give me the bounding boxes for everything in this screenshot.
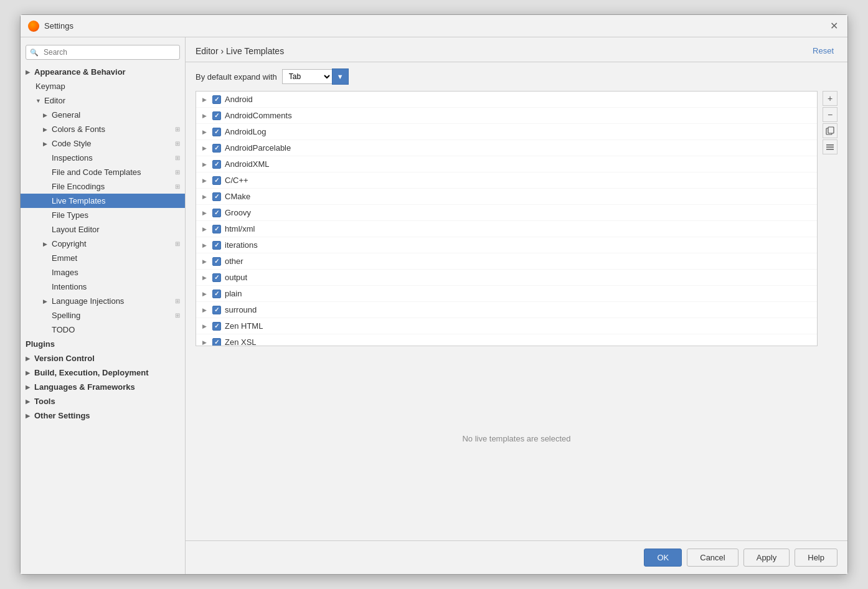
- sidebar-item-layout-editor[interactable]: Layout Editor: [21, 222, 185, 237]
- template-name: output: [225, 273, 247, 282]
- checkbox-androidlog[interactable]: [212, 128, 221, 136]
- sidebar-item-intentions[interactable]: Intentions: [21, 280, 185, 294]
- sidebar-item-label: Build, Execution, Deployment: [34, 368, 148, 377]
- sidebar-item-colors-fonts[interactable]: ▶ Colors & Fonts ⊞: [21, 122, 185, 136]
- list-item[interactable]: ▶ AndroidLog: [196, 124, 817, 140]
- sidebar-item-plugins[interactable]: Plugins: [21, 337, 185, 351]
- breadcrumb-page: Live Templates: [226, 46, 284, 56]
- sidebar-item-file-encodings[interactable]: File Encodings ⊞: [21, 179, 185, 194]
- cancel-button[interactable]: Cancel: [687, 549, 738, 567]
- footer: OK Cancel Apply Help: [186, 540, 847, 574]
- settings-badge: ⊞: [175, 312, 180, 319]
- search-input[interactable]: [26, 45, 180, 60]
- dropdown-arrow-button[interactable]: ▼: [332, 68, 349, 85]
- apply-button[interactable]: Apply: [743, 549, 790, 567]
- sidebar-item-language-injections[interactable]: ▶ Language Injections ⊞: [21, 294, 185, 308]
- help-button[interactable]: Help: [795, 549, 837, 567]
- sidebar-item-label: Tools: [34, 397, 55, 406]
- list-item[interactable]: ▶ Zen XSL: [196, 334, 817, 346]
- sidebar-item-label: Colors & Fonts: [52, 125, 105, 134]
- template-name: plain: [225, 289, 242, 298]
- checkbox-htmlxml[interactable]: [212, 225, 221, 233]
- content-header: Editor › Live Templates Reset: [186, 37, 847, 62]
- sidebar-item-label: Keymap: [35, 82, 65, 91]
- sidebar-item-todo[interactable]: TODO: [21, 323, 185, 337]
- sidebar-item-appearance[interactable]: ▶ Appearance & Behavior: [21, 65, 185, 79]
- sidebar-item-inspections[interactable]: Inspections ⊞: [21, 151, 185, 165]
- list-item[interactable]: ▶ C/C++: [196, 172, 817, 189]
- sidebar-item-version-control[interactable]: ▶ Version Control: [21, 351, 185, 365]
- close-button[interactable]: ✕: [828, 20, 840, 32]
- expand-select[interactable]: Tab Enter Space: [282, 69, 332, 84]
- checkbox-zenxsl[interactable]: [212, 338, 221, 347]
- chevron-right-icon: ▶: [43, 112, 49, 118]
- list-item[interactable]: ▶ Groovy: [196, 205, 817, 221]
- checkbox-groovy[interactable]: [212, 209, 221, 217]
- sidebar-item-other-settings[interactable]: ▶ Other Settings: [21, 408, 185, 423]
- list-item[interactable]: ▶ surround: [196, 302, 817, 318]
- list-item[interactable]: ▶ plain: [196, 286, 817, 302]
- template-name: AndroidComments: [225, 111, 292, 120]
- sidebar-item-images[interactable]: Images: [21, 265, 185, 280]
- expand-icon: ▶: [202, 275, 209, 281]
- sidebar-item-label: Editor: [44, 96, 65, 105]
- sidebar-item-file-code-templates[interactable]: File and Code Templates ⊞: [21, 165, 185, 179]
- checkbox-plain[interactable]: [212, 290, 221, 298]
- template-name: other: [225, 257, 243, 266]
- template-name: C/C++: [225, 176, 248, 185]
- expand-icon: ▶: [202, 113, 209, 119]
- checkbox-ccpp[interactable]: [212, 176, 221, 185]
- sidebar-item-spelling[interactable]: Spelling ⊞: [21, 308, 185, 323]
- checkbox-other[interactable]: [212, 257, 221, 266]
- list-item[interactable]: ▶ output: [196, 270, 817, 286]
- sidebar-item-emmet[interactable]: Emmet: [21, 251, 185, 265]
- list-item[interactable]: ▶ Zen HTML: [196, 318, 817, 334]
- sidebar-item-label: File Encodings: [52, 182, 105, 191]
- sidebar-item-file-types[interactable]: File Types: [21, 208, 185, 222]
- sidebar-item-general[interactable]: ▶ General: [21, 108, 185, 122]
- sidebar-item-tools[interactable]: ▶ Tools: [21, 394, 185, 408]
- checkbox-cmake[interactable]: [212, 192, 221, 201]
- list-item[interactable]: ▶ html/xml: [196, 221, 817, 237]
- checkbox-androidparcelable[interactable]: [212, 144, 221, 153]
- reset-button[interactable]: Reset: [809, 45, 837, 57]
- expand-label: By default expand with: [196, 72, 277, 82]
- sidebar-item-editor[interactable]: ▼ Editor: [21, 93, 185, 108]
- expand-icon: ▶: [202, 177, 209, 184]
- checkbox-iterations[interactable]: [212, 241, 221, 250]
- sidebar-item-code-style[interactable]: ▶ Code Style ⊞: [21, 136, 185, 151]
- remove-button[interactable]: −: [823, 107, 837, 122]
- sidebar-item-copyright[interactable]: ▶ Copyright ⊞: [21, 237, 185, 251]
- sidebar-item-languages-frameworks[interactable]: ▶ Languages & Frameworks: [21, 380, 185, 394]
- expand-icon: ▶: [202, 226, 209, 232]
- checkbox-zenhtml[interactable]: [212, 322, 221, 331]
- checkbox-androidxml[interactable]: [212, 160, 221, 169]
- move-button[interactable]: [823, 139, 837, 154]
- settings-badge: ⊞: [175, 183, 180, 190]
- sidebar-item-label: Images: [52, 268, 78, 277]
- list-item[interactable]: ▶ Android: [196, 92, 817, 108]
- copy-button[interactable]: [823, 123, 837, 138]
- chevron-right-icon: ▶: [26, 69, 32, 75]
- list-item[interactable]: ▶ AndroidParcelable: [196, 140, 817, 156]
- list-item[interactable]: ▶ AndroidComments: [196, 108, 817, 124]
- ok-button[interactable]: OK: [644, 549, 682, 567]
- list-item[interactable]: ▶ CMake: [196, 189, 817, 205]
- list-item[interactable]: ▶ AndroidXML: [196, 156, 817, 172]
- list-item[interactable]: ▶ other: [196, 253, 817, 270]
- chevron-down-icon: ▼: [35, 98, 42, 104]
- sidebar-item-keymap[interactable]: Keymap: [21, 79, 185, 93]
- checkbox-output[interactable]: [212, 273, 221, 282]
- chevron-right-icon: ▶: [43, 126, 49, 133]
- sidebar-item-label: Spelling: [52, 311, 80, 320]
- breadcrumb: Editor › Live Templates: [196, 46, 284, 56]
- sidebar-item-build-execution[interactable]: ▶ Build, Execution, Deployment: [21, 365, 185, 380]
- template-name: Android: [225, 95, 253, 104]
- chevron-right-icon: ▶: [26, 370, 32, 376]
- checkbox-androidcomments[interactable]: [212, 111, 221, 120]
- checkbox-android[interactable]: [212, 95, 221, 104]
- add-button[interactable]: +: [823, 91, 837, 106]
- sidebar-item-live-templates[interactable]: Live Templates: [21, 194, 185, 208]
- list-item[interactable]: ▶ iterations: [196, 237, 817, 253]
- checkbox-surround[interactable]: [212, 306, 221, 314]
